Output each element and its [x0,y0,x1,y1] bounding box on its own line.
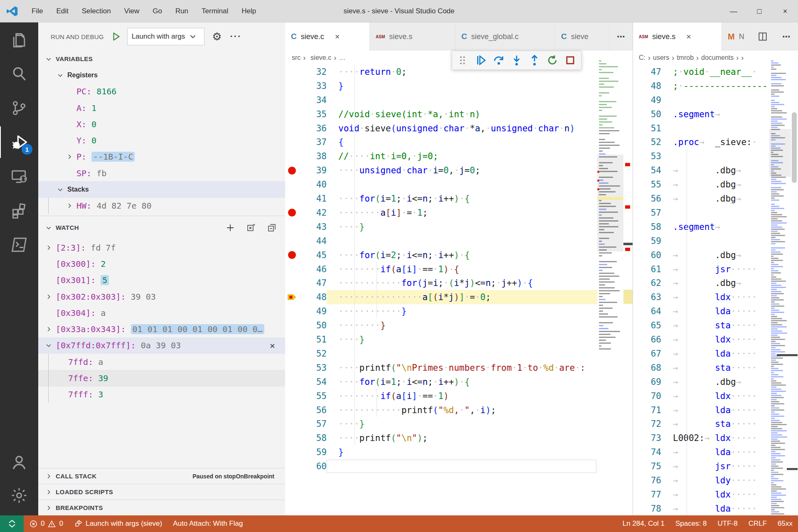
breadcrumb-item[interactable]: src [292,54,300,62]
code-line-52[interactable]: 52.proc→ _sieve:· [633,135,769,150]
code-line-66[interactable]: 66→ ldx····· [633,332,769,347]
code-line-69[interactable]: 69→ .dbg→ [633,375,769,389]
menu-terminal[interactable]: Terminal [195,0,235,22]
code-line-58[interactable]: 58.segment→ [633,220,769,234]
code-line-51[interactable]: 51 [633,121,769,135]
menu-help[interactable]: Help [235,0,263,22]
activity-run-and-debug-icon[interactable]: 1 [0,126,38,158]
breakpoint-margin[interactable] [285,318,298,332]
code-line-46[interactable]: 46········if(a[i]·==·1)·{ [285,262,597,276]
breakpoint-margin[interactable] [285,65,298,79]
code-line-47[interactable]: 47············for(j=i;·(i*j)<=n;·j++)·{ [285,276,597,291]
indentation[interactable]: Spaces: 8 [670,515,712,532]
code-line-53[interactable]: 53 [633,149,769,163]
breakpoint-icon[interactable] [288,209,296,217]
code-line-75[interactable]: 75→ jsr····· [633,459,769,473]
tab-sieve_global.c[interactable]: Csieve_global.c [456,22,555,51]
activity-source-control-icon[interactable] [0,92,38,124]
menu-edit[interactable]: Edit [49,0,75,22]
collapse-all-icon[interactable] [267,223,277,233]
code-line-57[interactable]: 57····} [285,417,597,431]
code-line-56[interactable]: 56→ .dbg→ [633,192,769,206]
code-line-37[interactable]: 37{ [285,135,597,150]
tab-sieve.s[interactable]: ASMsieve.s [370,22,456,51]
breakpoint-margin[interactable] [285,276,298,291]
maximize-button[interactable]: □ [746,0,772,22]
code-line-57[interactable]: 57 [633,206,769,220]
step-over-button[interactable] [490,52,507,69]
auto-attach-status[interactable]: Auto Attach: With Flag [167,515,248,532]
code-line-78[interactable]: 78→ lda····· [633,502,769,516]
code-line-73[interactable]: 73L0002:→ ldx····· [633,431,769,445]
step-out-button[interactable] [527,52,543,69]
chevron-right-icon[interactable] [44,243,53,252]
breakpoint-margin[interactable] [285,403,298,417]
code-line-49[interactable]: 49 [633,93,769,107]
breakpoint-margin[interactable] [285,149,298,163]
breadcrumb-item[interactable]: documents [701,54,734,62]
activity-remote-explorer-icon[interactable] [0,160,38,192]
step-into-button[interactable] [508,52,525,69]
variable-row[interactable]: 7ffe:39 [38,370,285,386]
breadcrumb-item[interactable]: sieve.c [310,54,331,62]
breakpoint-icon[interactable] [288,251,296,259]
debug-status[interactable]: Launch with args (sieve) [69,515,167,532]
language-mode[interactable]: 65xx [772,515,798,532]
code-line-55[interactable]: 55→ .dbg→ [633,177,769,192]
split-editor-icon[interactable] [751,22,775,51]
activity-settings-icon[interactable] [0,480,38,511]
code-line-65[interactable]: 65→ sta····· [633,318,769,332]
start-debug-icon[interactable] [111,31,121,42]
tab-overflow-more-icon[interactable]: ⋯ [609,22,633,51]
editor-group-sash[interactable] [633,22,633,515]
variable-row[interactable]: 7ffd:a [38,354,285,370]
code-line-39[interactable]: 39····unsigned·char·i=0,·j=0; [285,163,597,177]
add-expression-icon[interactable] [225,223,235,233]
breakpoint-margin[interactable] [285,262,298,276]
breadcrumb-item[interactable]: C: [639,54,645,62]
remote-indicator[interactable] [0,515,24,532]
breakpoint-margin[interactable] [285,248,298,262]
chevron-down-icon[interactable] [44,341,53,350]
variable-row[interactable]: [0x301]:5 [38,272,285,288]
continue-button[interactable] [473,52,489,69]
breakpoint-margin[interactable] [285,79,298,93]
code-line-33[interactable]: 33} [285,79,597,93]
code-line-54[interactable]: 54····for(i=1;·i<=n;·i++)·{ [285,375,597,389]
code-line-44[interactable]: 44 [285,234,597,248]
code-line-55[interactable]: 55········if(a[i]·==·1) [285,389,597,403]
breakpoint-margin[interactable] [285,431,298,445]
variable-row[interactable]: [0x304]:a [38,305,285,321]
breakpoint-margin[interactable] [285,121,298,135]
chevron-right-icon[interactable] [44,292,53,301]
code-line-34[interactable]: 34 [285,93,597,107]
breakpoint-margin[interactable] [285,107,298,121]
breakpoint-margin[interactable] [285,304,298,318]
code-line-50[interactable]: 50.segment→ [633,107,769,121]
code-line-60[interactable]: 60 [285,459,597,473]
minimap[interactable] [597,51,623,515]
breakpoint-margin[interactable] [285,347,298,361]
breakpoints-section-header[interactable]: BREAKPOINTS [38,500,285,515]
code-line-38[interactable]: 38//····int·i=0,·j=0; [285,149,597,163]
breakpoint-margin[interactable] [285,206,298,220]
code-line-50[interactable]: 50········} [285,318,597,332]
code-line-41[interactable]: 41····for(i=1;·i<=n;·i++)·{ [285,192,597,206]
variable-row[interactable]: [0x300]:2 [38,256,285,272]
code-line-35[interactable]: 35//void·sieve(int·*a,·int·n) [285,107,597,121]
code-line-64[interactable]: 64→ lda····· [633,304,769,318]
launch-config-dropdown[interactable]: Launch with args [127,28,205,45]
cursor-position[interactable]: Ln 284, Col 1 [617,515,670,532]
variable-row[interactable]: P:--1B-I-C [38,149,285,165]
breakpoint-margin[interactable] [285,332,298,347]
variable-row[interactable]: 7fff:3 [38,387,285,403]
tab-sieve[interactable]: Csieve [555,22,609,51]
breakpoint-margin[interactable] [285,135,298,150]
eol-sequence[interactable]: CRLF [743,515,772,532]
remove-all-expressions-icon[interactable] [246,223,256,233]
close-tab-icon[interactable]: × [686,32,691,42]
breakpoint-margin[interactable] [285,177,298,192]
tab-sieve.s[interactable]: ASMsieve.s× [633,22,722,51]
breakpoint-margin[interactable] [285,220,298,234]
code-line-54[interactable]: 54→ .dbg→ [633,163,769,177]
